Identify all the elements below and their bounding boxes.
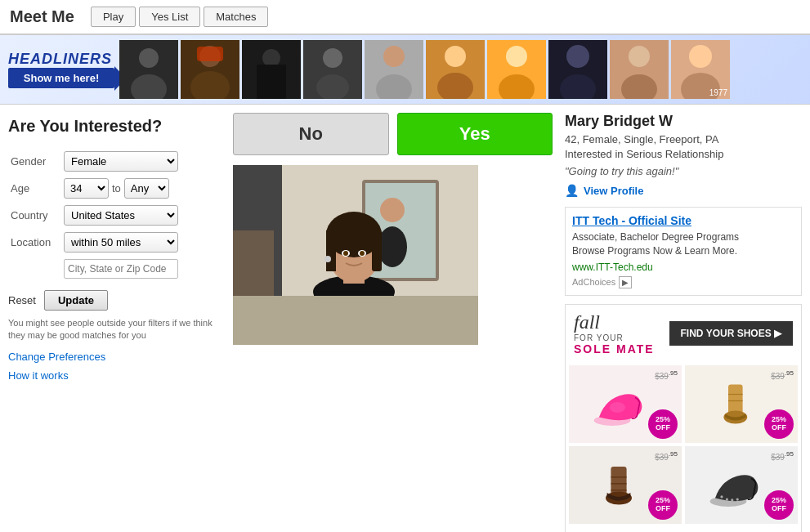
filter-table: Gender Female Age 34 to Any [8,148,221,282]
svg-point-20 [506,46,527,67]
svg-point-23 [566,45,589,68]
ad-choices-icon: ▶ [619,276,632,288]
location-row: Location within 50 miles [8,229,221,256]
fall-text: fall [574,311,600,333]
ad-description: Associate, Bachelor Degree ProgramsBrows… [572,230,794,258]
location-select[interactable]: within 50 miles [64,232,178,253]
filter-actions: Reset Update [8,290,221,311]
headliner-photo-3[interactable] [242,40,301,99]
zip-row [8,256,221,282]
svg-point-1 [139,48,159,68]
shoe-badge-1: 25% OFF [648,409,678,439]
headliner-photo-2[interactable] [181,40,239,99]
no-button[interactable]: No [233,113,389,155]
ad-choices: AdChoices [572,277,615,287]
country-select[interactable]: United States [64,205,178,226]
country-label: Country [8,202,61,229]
update-button[interactable]: Update [44,290,108,311]
center-area: No Yes [233,113,553,532]
ad-url: www.ITT-Tech.edu [572,262,794,273]
shoe-grid: $39.95 25% OFF [566,362,801,527]
profile-interest: Interested in Serious Relationship [565,148,802,160]
headliner-photo-6[interactable] [426,40,485,99]
shoe-badge-2: 25% OFF [764,409,794,439]
reset-link[interactable]: Reset [8,294,36,306]
svg-point-14 [383,46,405,67]
page-header: Meet Me Play Yes List Matches [0,0,810,35]
svg-point-29 [689,45,712,68]
headliner-photo-1[interactable] [119,40,178,99]
ad-block: ITT Tech - Official Site Associate, Bach… [565,207,802,296]
play-button[interactable]: Play [91,7,136,27]
age-row: Age 34 to Any [8,175,221,202]
svg-point-66 [731,498,733,501]
shoe-ad[interactable]: fall FOR YOUR SOLE MATE FIND YOUR SHOES … [565,304,802,532]
age-from-select[interactable]: 34 [64,178,109,199]
pref-links: Change Preferences How it works [8,347,221,386]
sole-mate-text: SOLE MATE [574,342,655,355]
shoe-ad-header: fall FOR YOUR SOLE MATE FIND YOUR SHOES … [566,305,801,362]
age-label: Age [8,175,61,202]
yes-button[interactable]: Yes [397,113,553,155]
svg-rect-37 [233,230,274,296]
svg-point-11 [323,48,342,68]
view-profile-link[interactable]: View Profile [584,185,643,197]
svg-point-64 [720,495,723,498]
show-me-button[interactable]: Show me here! [8,68,114,88]
svg-rect-44 [326,230,336,271]
svg-point-35 [378,226,407,267]
ad-title[interactable]: ITT Tech - Official Site [572,214,794,227]
age-to-select[interactable]: Any [124,178,169,199]
svg-point-49 [360,251,365,256]
headliner-photo-5[interactable] [365,40,423,99]
matches-button[interactable]: Matches [204,7,268,27]
location-label: Location [8,229,61,256]
interest-question: Are You Interested? [8,117,221,136]
find-shoes-button[interactable]: FIND YOUR SHOES ▶ [669,321,793,346]
svg-point-65 [726,498,728,500]
profile-info: Mary Bridget W 42, Female, Single, Freep… [565,113,802,532]
svg-point-26 [629,46,650,67]
headliners-label: HEADLINERS Show me here! [8,51,114,88]
person-icon: 👤 [565,184,579,197]
svg-rect-51 [233,296,478,345]
filter-note: You might see people outside your filter… [8,317,221,342]
svg-point-50 [324,256,331,262]
shoe-item-4[interactable]: $39.95 25% OFF [685,446,798,524]
shoe-price-4: $39.95 [771,450,794,462]
svg-point-8 [262,49,280,67]
page-title: Meet Me [10,7,74,26]
svg-point-67 [736,498,739,500]
headliner-photo-9[interactable] [610,40,669,99]
how-it-works-link[interactable]: How it works [8,366,221,385]
shoe-price-1: $39.95 [655,369,678,381]
shoe-item-2[interactable]: $39.95 25% OFF [685,365,798,443]
profile-photo[interactable] [233,165,478,345]
change-prefs-link[interactable]: Change Preferences [8,347,221,366]
headliner-photo-4[interactable] [303,40,362,99]
headliner-photo-8[interactable] [548,40,607,99]
view-profile-row: 👤 View Profile [565,184,802,197]
svg-rect-45 [372,230,382,271]
for-your-text: FOR YOUR [574,333,655,342]
headliner-photo-10[interactable]: 1977 [671,40,730,99]
headliners-title: HEADLINERS [8,51,114,68]
shoe-item-3[interactable]: $39.95 25% OFF [569,446,682,524]
shoedazzle-brand: shoedazzle® [566,527,801,532]
headliner-photo-7[interactable] [487,40,546,99]
headliners-bar: HEADLINERS Show me here! [0,35,810,105]
main-content: Are You Interested? Gender Female Age 34 [0,105,810,532]
svg-point-53 [610,402,625,413]
svg-point-17 [445,46,466,67]
zip-input[interactable] [64,259,178,279]
sidebar-filters: Are You Interested? Gender Female Age 34 [8,113,221,532]
shoe-badge-4: 25% OFF [764,490,794,520]
photo-year: 1977 [709,88,727,97]
svg-rect-6 [197,47,223,61]
svg-rect-9 [257,65,286,99]
shoe-price-3: $39.95 [655,450,678,462]
gender-select[interactable]: Female [64,151,178,172]
yes-list-button[interactable]: Yes List [139,7,200,27]
profile-details: 42, Female, Single, Freeport, PA [565,133,802,145]
shoe-item-1[interactable]: $39.95 25% OFF [569,365,682,443]
